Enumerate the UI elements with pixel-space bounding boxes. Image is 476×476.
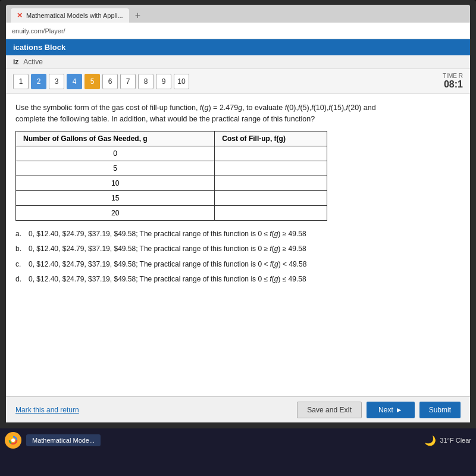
browser-window: ✕ Mathematical Models with Appli... + en… xyxy=(6,5,470,422)
choice-letter-d: d. xyxy=(15,273,25,286)
app-header-text: ications Block xyxy=(13,43,65,52)
answer-choice-a[interactable]: a. 0, $12.40, $24.79, $37.19, $49.58; Th… xyxy=(15,228,461,241)
table-col2-header: Cost of Fill-up, f(g) xyxy=(215,131,327,146)
new-tab-button[interactable]: + xyxy=(129,8,146,23)
taskbar-app-item[interactable]: Mathematical Mode... xyxy=(26,434,101,446)
table-row: 20 xyxy=(16,205,327,220)
table-cell-fg20 xyxy=(215,205,327,220)
active-tab[interactable]: ✕ Mathematical Models with Appli... xyxy=(11,8,129,23)
q-btn-6[interactable]: 6 xyxy=(102,74,118,89)
question-line-2: complete the following table. In additio… xyxy=(15,115,315,123)
q-btn-7[interactable]: 7 xyxy=(120,74,136,89)
mark-return-link[interactable]: Mark this and return xyxy=(15,406,79,414)
tab-close-icon[interactable]: ✕ xyxy=(17,11,23,20)
table-cell-g10: 10 xyxy=(16,176,215,190)
timer-box: TIME R 08:1 xyxy=(443,73,463,90)
table-cell-fg0 xyxy=(215,146,327,161)
q-btn-4[interactable]: 4 xyxy=(67,74,82,89)
address-bar[interactable]: enuity.com/Player/ xyxy=(6,23,470,39)
next-label: Next xyxy=(378,406,393,414)
table-row: 5 xyxy=(16,161,327,176)
q-btn-9[interactable]: 9 xyxy=(156,74,171,89)
address-text: enuity.com/Player/ xyxy=(12,27,65,35)
question-line-1: Use the symbolic form of the gas cost of… xyxy=(15,104,376,112)
q-btn-1[interactable]: 1 xyxy=(13,74,29,89)
quiz-label: iz xyxy=(13,58,18,66)
timer-value: 08:1 xyxy=(443,79,463,90)
q-btn-5[interactable]: 5 xyxy=(84,74,100,89)
laptop-screen: ✕ Mathematical Models with Appli... + en… xyxy=(0,0,476,452)
question-text: Use the symbolic form of the gas cost of… xyxy=(15,102,461,125)
table-row: 15 xyxy=(16,190,327,205)
choice-text-b: 0, $12.40, $24.79, $37.19, $49.58; The p… xyxy=(29,243,306,256)
answer-choice-c[interactable]: c. 0, $12.40, $24.79, $37.19, $49.58; Th… xyxy=(15,258,461,271)
app-header: ications Block xyxy=(6,39,470,55)
question-nav: 1 2 3 4 5 6 7 8 9 10 xyxy=(13,74,189,89)
tab-bar: ✕ Mathematical Models with Appli... + xyxy=(6,5,470,23)
table-cell-g5: 5 xyxy=(16,161,215,176)
footer-bar: Mark this and return Save and ExIt Next … xyxy=(6,396,470,422)
table-col1-header: Number of Gallons of Gas Needed, g xyxy=(16,131,215,146)
q-btn-2[interactable]: 2 xyxy=(31,74,46,89)
q-btn-3[interactable]: 3 xyxy=(49,74,64,89)
timer-label: TIME R xyxy=(443,73,463,79)
footer-buttons: Save and ExIt Next ► Submit xyxy=(297,402,461,418)
choice-text-d: 0, $12.40, $24.79, $37.19, $49.58; The p… xyxy=(29,273,306,286)
table-row: 0 xyxy=(16,146,327,161)
table-row: 10 xyxy=(16,176,327,190)
answer-choices: a. 0, $12.40, $24.79, $37.19, $49.58; Th… xyxy=(15,228,461,286)
table-cell-g20: 20 xyxy=(16,205,215,220)
answer-choice-d[interactable]: d. 0, $12.40, $24.79, $37.19, $49.58; Th… xyxy=(15,273,461,286)
quiz-bar: iz Active xyxy=(6,55,470,69)
svg-point-0 xyxy=(11,439,15,442)
choice-text-c: 0, $12.40, $24.79, $37.19, $49.58; The p… xyxy=(29,258,306,271)
next-button[interactable]: Next ► xyxy=(367,402,415,418)
q-btn-10[interactable]: 10 xyxy=(174,74,189,89)
nav-timer-row: 1 2 3 4 5 6 7 8 9 10 TIME R 08:1 xyxy=(6,69,470,94)
answer-choice-b[interactable]: b. 0, $12.40, $24.79, $37.19, $49.58; Th… xyxy=(15,243,461,256)
tab-title: Mathematical Models with Appli... xyxy=(26,12,123,19)
content-area: Use the symbolic form of the gas cost of… xyxy=(6,94,470,396)
choice-letter-a: a. xyxy=(15,228,25,241)
table-cell-g0: 0 xyxy=(16,146,215,161)
table-cell-fg5 xyxy=(215,161,327,176)
table-cell-fg15 xyxy=(215,190,327,205)
table-cell-g15: 15 xyxy=(16,190,215,205)
weather-icon: 🌙 xyxy=(424,435,436,446)
taskbar-app-label: Mathematical Mode... xyxy=(32,437,95,444)
save-exit-button[interactable]: Save and ExIt xyxy=(297,402,362,418)
table-cell-fg10 xyxy=(215,176,327,190)
taskbar: Mathematical Mode... 🌙 31°F Clear xyxy=(0,428,476,452)
choice-letter-b: b. xyxy=(15,243,25,256)
choice-text-a: 0, $12.40, $24.79, $37.19, $49.58; The p… xyxy=(29,228,306,241)
q-btn-8[interactable]: 8 xyxy=(138,74,154,89)
next-arrow-icon: ► xyxy=(396,406,403,414)
taskbar-chrome-icon[interactable] xyxy=(5,432,21,449)
status-label: Active xyxy=(23,58,43,66)
submit-button[interactable]: Submit xyxy=(419,402,461,418)
weather-text: 31°F Clear xyxy=(440,437,471,444)
choice-letter-c: c. xyxy=(15,258,25,271)
taskbar-clock: 🌙 31°F Clear xyxy=(424,435,471,446)
fill-up-table: Number of Gallons of Gas Needed, g Cost … xyxy=(15,131,327,221)
